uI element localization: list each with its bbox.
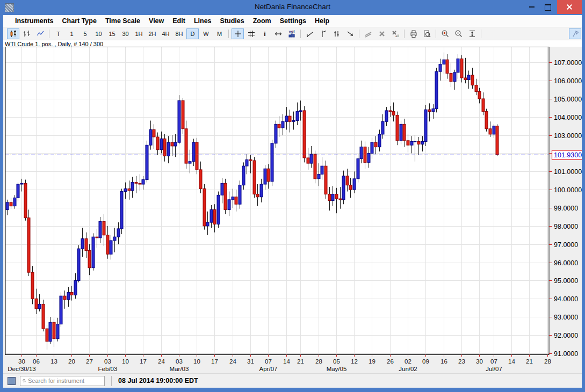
- svg-text:30: 30: [18, 358, 25, 365]
- fit-vertical-button[interactable]: [466, 28, 478, 39]
- titlebar: NetDania FinanceChart: [0, 0, 585, 15]
- statusbar-datetime: 08 Jul 2014 19:00:00 EDT: [118, 377, 198, 384]
- timeframe-daily-button[interactable]: D: [186, 28, 199, 39]
- timeframe-30m-button[interactable]: 30: [119, 28, 132, 39]
- toolbar-separator: [300, 30, 301, 38]
- svg-text:all: all: [395, 33, 399, 37]
- timeframe-4h-button[interactable]: 4H: [160, 28, 172, 39]
- preview-icon: [423, 30, 431, 38]
- svg-text:21: 21: [526, 358, 533, 365]
- timeframe-1h-button[interactable]: 1H: [133, 28, 145, 39]
- svg-text:Mar/03: Mar/03: [170, 366, 189, 372]
- zoomout-icon: [454, 30, 463, 38]
- arrowsh-icon: [274, 30, 283, 38]
- parallel-lines-button[interactable]: [362, 28, 374, 39]
- statusbar: 08 Jul 2014 19:00:00 EDT: [3, 373, 582, 388]
- svg-text:May/05: May/05: [327, 366, 347, 372]
- menu-instruments[interactable]: Instruments: [11, 17, 58, 25]
- svg-text:17: 17: [140, 358, 147, 365]
- candlestick-chart-canvas[interactable]: 91.000092.000093.000094.000095.000096.00…: [3, 47, 582, 373]
- vertical-line-button[interactable]: [317, 28, 329, 39]
- trend-line-button[interactable]: [304, 28, 316, 39]
- fitv-icon: [468, 30, 476, 38]
- timeframe-8h-button[interactable]: 8H: [173, 28, 185, 39]
- delete-line-button[interactable]: [375, 28, 388, 39]
- crosshair-button[interactable]: [232, 28, 244, 39]
- svg-text:i: i: [264, 31, 266, 38]
- timeframe-2h-button[interactable]: 2H: [146, 28, 158, 39]
- horizontal-scale-button[interactable]: [272, 28, 284, 39]
- toolbar-separator: [436, 30, 436, 38]
- statusbar-divider: [111, 376, 112, 386]
- search-input[interactable]: [28, 378, 104, 384]
- close-icon: [566, 4, 573, 10]
- print-preview-button[interactable]: [421, 28, 433, 39]
- svg-text:103.0000: 103.0000: [554, 132, 582, 140]
- pin-panel-button[interactable]: [569, 28, 581, 39]
- svg-text:13: 13: [50, 358, 57, 365]
- menu-zoom[interactable]: Zoom: [249, 17, 276, 25]
- channel-button[interactable]: [330, 28, 343, 39]
- svg-text:28: 28: [544, 358, 551, 365]
- maximize-button[interactable]: [540, 0, 556, 14]
- menu-chart-type[interactable]: Chart Type: [58, 17, 101, 25]
- ohlc-chart-button[interactable]: [20, 28, 33, 39]
- svg-text:99.0000: 99.0000: [554, 205, 578, 212]
- timeframe-weekly-button[interactable]: W: [200, 28, 212, 39]
- panel-toggle-button[interactable]: [8, 377, 16, 385]
- timeframe-15m-button[interactable]: 15: [106, 28, 118, 39]
- crosshair-icon: [234, 30, 242, 38]
- svg-text:98.0000: 98.0000: [554, 223, 578, 230]
- svg-text:20: 20: [68, 358, 75, 365]
- delete-icon: [378, 30, 386, 38]
- volume-button[interactable]: vol: [285, 28, 298, 39]
- svg-text:24: 24: [158, 358, 165, 365]
- plot-background: [5, 47, 549, 355]
- delete-all-lines-button[interactable]: all: [389, 28, 401, 39]
- menubar: InstrumentsChart TypeTime ScaleViewEditL…: [3, 15, 582, 27]
- svg-text:02: 02: [405, 358, 411, 365]
- svg-text:91.0000: 91.0000: [554, 350, 578, 358]
- menu-settings[interactable]: Settings: [276, 17, 310, 25]
- svg-text:100.0000: 100.0000: [554, 186, 582, 194]
- timeframe-tick-button[interactable]: T: [52, 28, 64, 39]
- menu-studies[interactable]: Studies: [216, 17, 249, 25]
- svg-text:104.0000: 104.0000: [554, 114, 582, 121]
- svg-text:07: 07: [265, 358, 272, 365]
- menu-view[interactable]: View: [145, 17, 168, 25]
- timeframe-5m-button[interactable]: 5: [79, 28, 91, 39]
- svg-text:Apr/07: Apr/07: [259, 366, 278, 372]
- menu-help[interactable]: Help: [310, 17, 334, 25]
- timeframe-monthly-button[interactable]: M: [213, 28, 226, 39]
- grid-button[interactable]: [245, 28, 257, 39]
- line-chart-button[interactable]: [34, 28, 46, 39]
- zoom-out-button[interactable]: [452, 28, 465, 39]
- zoom-in-button[interactable]: [439, 28, 451, 39]
- window-title: NetDania FinanceChart: [0, 3, 585, 11]
- svg-text:97.0000: 97.0000: [554, 241, 578, 249]
- close-button[interactable]: [557, 0, 582, 14]
- trendline-icon: [306, 30, 314, 38]
- deleteall-icon: all: [391, 30, 400, 38]
- info-button[interactable]: i: [258, 28, 271, 39]
- minimize-button[interactable]: [524, 0, 540, 14]
- svg-text:09: 09: [422, 358, 429, 365]
- candlestick-icon: [9, 30, 18, 38]
- menu-time-scale[interactable]: Time Scale: [101, 17, 145, 25]
- menu-edit[interactable]: Edit: [168, 17, 190, 25]
- print-button[interactable]: [407, 28, 420, 39]
- candlestick-chart-button[interactable]: [7, 28, 19, 39]
- maximize-icon: [545, 4, 551, 11]
- svg-text:Feb/03: Feb/03: [98, 366, 118, 372]
- timeframe-1m-button[interactable]: 1: [66, 28, 78, 39]
- timeframe-10m-button[interactable]: 10: [92, 28, 105, 39]
- last-price-label: 101.9300: [552, 150, 582, 159]
- menu-lines[interactable]: Lines: [190, 17, 216, 25]
- svg-text:107.0000: 107.0000: [554, 59, 582, 67]
- svg-text:10: 10: [122, 358, 129, 365]
- svg-text:24: 24: [229, 358, 236, 365]
- svg-text:vol: vol: [288, 30, 294, 34]
- instrument-search-box[interactable]: [20, 376, 105, 386]
- ray-button[interactable]: [344, 28, 356, 39]
- svg-text:95.0000: 95.0000: [554, 277, 578, 285]
